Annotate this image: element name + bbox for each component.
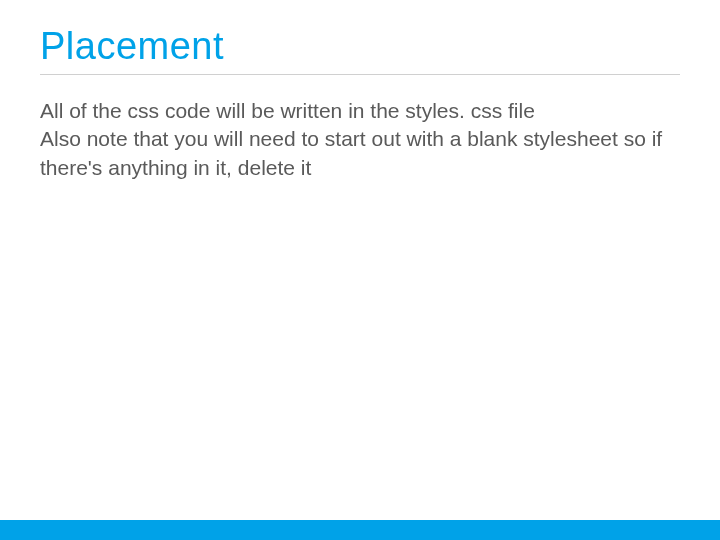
slide-container: Placement All of the css code will be wr…	[0, 0, 720, 540]
slide-title: Placement	[40, 25, 680, 75]
body-paragraph-1: All of the css code will be written in t…	[40, 97, 680, 125]
bottom-accent-bar	[0, 520, 720, 540]
slide-body: All of the css code will be written in t…	[40, 97, 680, 182]
body-paragraph-2: Also note that you will need to start ou…	[40, 125, 680, 182]
